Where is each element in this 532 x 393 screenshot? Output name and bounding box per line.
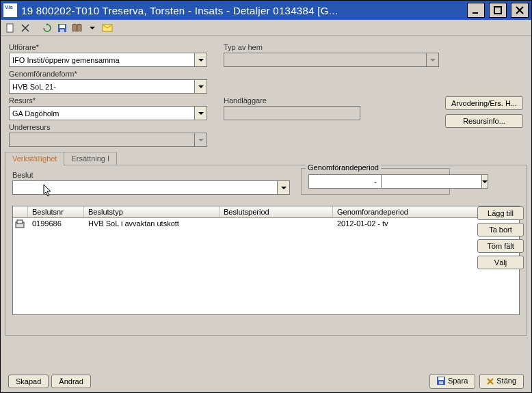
genom-from-combo[interactable]	[308, 174, 370, 189]
handlaggare-value	[224, 106, 360, 120]
new-icon[interactable]	[5, 23, 16, 33]
form-area: Utförare* IFO Instit/öppenv gemensamma T…	[1, 36, 531, 151]
toolbar	[1, 20, 531, 36]
chevron-down-icon	[482, 180, 488, 183]
spara-button[interactable]: Spara	[429, 374, 475, 389]
bottom-bar: Skapad Ändrad Spara Stäng	[8, 374, 524, 389]
tab-ersattning[interactable]: Ersättning I	[64, 152, 117, 165]
chevron-down-icon	[198, 112, 204, 115]
svg-rect-1	[494, 7, 501, 14]
utforare-value: IFO Instit/öppenv gemensamma	[9, 53, 195, 67]
resurs-combo[interactable]: GA Dagöholm	[9, 106, 207, 120]
svg-rect-8	[17, 220, 23, 223]
resursinfo-button[interactable]: Resursinfo...	[445, 114, 523, 128]
underresurs-combo	[9, 133, 207, 147]
arvodering-button[interactable]: Arvodering/Ers. H...	[445, 96, 523, 110]
th-beslutstyp[interactable]: Beslutstyp	[84, 206, 220, 218]
genomform-value: HVB SoL 21-	[9, 79, 195, 94]
cell-beslutstyp: HVB SoL i avvaktan utskott	[84, 218, 220, 232]
table-row[interactable]: 0199686 HVB SoL i avvaktan utskott 2012-…	[13, 218, 519, 232]
chevron-down-icon	[198, 139, 204, 141]
resurs-dropdown-button[interactable]	[195, 106, 207, 120]
andrad-button[interactable]: Ändrad	[51, 375, 90, 388]
chevron-down-icon	[281, 187, 287, 189]
typavhem-combo	[224, 53, 439, 67]
mail-icon[interactable]	[102, 23, 113, 33]
svg-rect-10	[438, 377, 444, 380]
beslut-table: Beslutsnr Beslutstyp Beslutsperiod Genom…	[12, 206, 520, 315]
svg-rect-2	[7, 24, 13, 32]
skapad-button[interactable]: Skapad	[8, 375, 49, 388]
th-beslutsnr[interactable]: Beslutsnr	[28, 206, 84, 218]
tom-falt-button[interactable]: Töm fält	[477, 239, 524, 253]
close-x-icon	[487, 378, 494, 386]
app-icon	[3, 3, 17, 17]
maximize-button[interactable]	[489, 3, 507, 18]
book-icon[interactable]	[72, 23, 83, 33]
cell-beslutsnr: 0199686	[28, 218, 84, 232]
ta-bort-button[interactable]: Ta bort	[477, 223, 524, 236]
genom-legend: Genomförandeperiod	[306, 163, 381, 172]
genomform-combo[interactable]: HVB SoL 21-	[9, 79, 207, 94]
underresurs-dropdown-button	[195, 133, 207, 147]
stang-button[interactable]: Stäng	[479, 374, 524, 388]
title-bar: 19 800202-T010 Treserva, Torsten - Insat…	[1, 1, 531, 20]
chevron-down-icon	[430, 59, 436, 62]
table-header: Beslutsnr Beslutstyp Beslutsperiod Genom…	[13, 206, 519, 218]
typavhem-label: Typ av hem	[224, 43, 439, 51]
stang-label: Stäng	[496, 377, 516, 385]
save-icon	[437, 377, 445, 386]
dash-separator: -	[374, 177, 377, 187]
utforare-dropdown-button[interactable]	[195, 53, 207, 67]
delete-icon[interactable]	[20, 23, 31, 33]
lagg-till-button[interactable]: Lägg till	[477, 206, 524, 220]
chevron-down-icon	[198, 59, 204, 62]
window-title: 19 800202-T010 Treserva, Torsten - Insat…	[21, 5, 467, 16]
beslut-label: Beslut	[12, 171, 290, 179]
cell-beslutsperiod	[220, 218, 333, 232]
svg-rect-4	[59, 25, 65, 28]
resurs-label: Resurs*	[9, 96, 207, 105]
genom-to-input[interactable]	[381, 174, 482, 189]
th-beslutsperiod[interactable]: Beslutsperiod	[220, 206, 333, 218]
close-button[interactable]	[511, 3, 529, 18]
underresurs-value	[9, 133, 195, 147]
tab-verkstallighet[interactable]: Verkställighet	[5, 152, 64, 165]
tab-strip: Verkställighet Ersättning I	[1, 152, 531, 165]
resurs-value: GA Dagöholm	[9, 106, 195, 120]
handlaggare-field	[224, 106, 360, 120]
utforare-combo[interactable]: IFO Instit/öppenv gemensamma	[9, 53, 207, 67]
valj-button[interactable]: Välj	[477, 256, 524, 269]
svg-rect-0	[473, 12, 478, 14]
beslut-dropdown-button[interactable]	[278, 180, 290, 195]
typavhem-dropdown-button	[427, 53, 439, 67]
spara-label: Spara	[448, 377, 468, 385]
genomforandeperiod-group: Genomförandeperiod -	[301, 168, 450, 195]
utforare-label: Utförare*	[9, 43, 207, 51]
underresurs-label: Underresurs	[9, 123, 207, 131]
typavhem-value	[224, 53, 427, 67]
beslut-value	[12, 180, 278, 195]
row-icon	[13, 218, 28, 232]
th-icon[interactable]	[13, 206, 28, 218]
handlaggare-label: Handläggare	[224, 96, 360, 105]
svg-rect-11	[439, 381, 443, 384]
save-icon[interactable]	[57, 23, 68, 33]
beslut-combo[interactable]	[12, 180, 290, 195]
genom-to-combo[interactable]	[381, 174, 442, 189]
chevron-down-icon	[198, 85, 204, 88]
minimize-button[interactable]	[467, 3, 485, 18]
genomform-label: Genomförandeform*	[9, 70, 207, 78]
refresh-icon[interactable]	[42, 23, 53, 33]
genom-to-dropdown[interactable]	[482, 174, 488, 189]
tab-panel: Beslut Genomförandeperiod -	[5, 165, 527, 336]
genomform-dropdown-button[interactable]	[195, 79, 207, 94]
svg-rect-5	[60, 29, 64, 32]
dropdown-icon[interactable]	[87, 23, 98, 33]
